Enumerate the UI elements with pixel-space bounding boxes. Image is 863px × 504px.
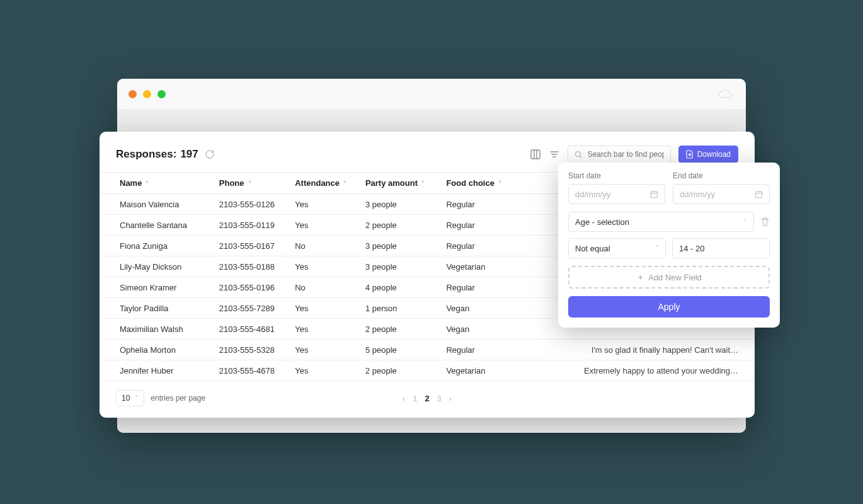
cell-party: 2 people <box>365 360 446 381</box>
cell-phone: 2103-555-0196 <box>219 277 295 298</box>
table-row[interactable]: Ophelia Morton2103-555-5328Yes5 peopleRe… <box>100 340 755 360</box>
col-party[interactable]: Party amount˅ <box>365 173 446 194</box>
page-3[interactable]: 3 <box>437 394 442 403</box>
calendar-icon <box>755 190 763 198</box>
end-date-label: End date <box>673 171 770 180</box>
search-icon <box>574 151 583 159</box>
refresh-icon[interactable] <box>205 149 215 159</box>
svg-rect-3 <box>755 192 762 197</box>
chevron-down-icon: ˅ <box>135 394 139 403</box>
responses-count: 197 <box>180 148 198 161</box>
search-input-wrapper[interactable] <box>568 146 671 163</box>
page-next[interactable]: › <box>449 394 452 403</box>
search-input[interactable] <box>588 150 664 159</box>
traffic-minimize-icon[interactable] <box>143 90 151 98</box>
col-name[interactable]: Name˄ <box>100 173 219 194</box>
responses-label: Responses: <box>116 148 176 161</box>
cell-food: Vegetarian <box>446 256 522 277</box>
cell-party: 1 person <box>365 298 446 319</box>
cell-party: 4 people <box>365 277 446 298</box>
cell-phone: 2103-555-0188 <box>219 256 295 277</box>
cell-attendance: Yes <box>295 319 365 340</box>
cell-food: Vegan <box>446 298 522 319</box>
cell-attendance: No <box>295 236 365 256</box>
trash-icon[interactable] <box>760 217 770 227</box>
per-page-value: 10 <box>122 394 130 403</box>
chevron-down-icon: ˅ <box>743 218 747 226</box>
cell-party: 3 people <box>365 236 446 256</box>
cell-attendance: Yes <box>295 340 365 360</box>
panel-footer: 10 ˅ entries per page ‹ 1 2 3 › <box>100 381 755 406</box>
plus-icon: ＋ <box>636 272 644 283</box>
cell-phone: 2103-555-5328 <box>219 340 295 360</box>
cell-phone: 2103-555-4678 <box>219 360 295 381</box>
apply-button[interactable]: Apply <box>568 296 770 318</box>
filter-field-select[interactable]: Age - selection ˅ <box>568 212 754 232</box>
cell-note: I'm so glad it finally happen! Can't wai… <box>522 340 755 360</box>
page-prev[interactable]: ‹ <box>403 394 405 403</box>
cell-name: Lily-May Dickson <box>100 256 219 277</box>
columns-icon[interactable] <box>530 149 541 160</box>
cell-phone: 2103-555-0126 <box>219 194 295 215</box>
cell-name: Jennifer Huber <box>100 360 219 381</box>
cell-note: Extremely happy to attend your wedding… <box>522 360 755 381</box>
download-icon <box>686 150 694 159</box>
cell-attendance: Yes <box>295 194 365 215</box>
cell-party: 5 people <box>365 340 446 360</box>
filter-value-input[interactable] <box>672 238 770 258</box>
cell-party: 2 people <box>365 215 446 236</box>
svg-rect-0 <box>531 150 540 159</box>
cell-food: Regular <box>446 236 522 256</box>
traffic-close-icon[interactable] <box>129 90 137 98</box>
cell-food: Regular <box>446 277 522 298</box>
page-1[interactable]: 1 <box>413 394 417 403</box>
cell-party: 3 people <box>365 256 446 277</box>
end-date-input[interactable]: dd/mm/yy <box>673 184 770 204</box>
cell-food: Regular <box>446 194 522 215</box>
cell-name: Maximilian Walsh <box>100 319 219 340</box>
cell-attendance: Yes <box>295 360 365 381</box>
cell-phone: 2103-555-7289 <box>219 298 295 319</box>
col-attendance[interactable]: Attendance˅ <box>295 173 365 194</box>
download-label: Download <box>697 150 731 159</box>
traffic-maximize-icon[interactable] <box>157 90 166 98</box>
per-page-label: entries per page <box>151 394 205 403</box>
panel-title: Responses: 197 <box>116 148 198 161</box>
filter-popover: Start date dd/mm/yy End date dd/mm/yy Ag… <box>558 163 780 328</box>
page-2[interactable]: 2 <box>425 394 429 403</box>
cell-attendance: No <box>295 277 365 298</box>
col-food[interactable]: Food choice˅ <box>446 173 522 194</box>
cell-name: Maison Valencia <box>100 194 219 215</box>
filter-operator-select[interactable]: Not equal ˅ <box>568 238 666 258</box>
browser-titlebar <box>117 79 746 109</box>
cell-food: Regular <box>446 340 522 360</box>
cell-attendance: Yes <box>295 298 365 319</box>
chevron-down-icon: ˅ <box>655 244 659 253</box>
cell-food: Vegan <box>446 319 522 340</box>
cell-food: Regular <box>446 215 522 236</box>
cell-phone: 2103-555-0119 <box>219 215 295 236</box>
add-field-button[interactable]: ＋ Add New Field <box>568 266 770 289</box>
cell-name: Chantelle Santana <box>100 215 219 236</box>
filter-icon[interactable] <box>549 149 560 160</box>
cell-attendance: Yes <box>295 215 365 236</box>
download-button[interactable]: Download <box>678 146 738 163</box>
cell-party: 3 people <box>365 194 446 215</box>
calendar-icon <box>650 190 658 198</box>
cell-name: Ophelia Morton <box>100 340 219 360</box>
start-date-label: Start date <box>568 171 665 180</box>
svg-rect-2 <box>651 192 657 197</box>
cell-name: Fiona Zuniga <box>100 236 219 256</box>
cloud-icon <box>718 89 732 101</box>
start-date-input[interactable]: dd/mm/yy <box>568 184 665 204</box>
cell-attendance: Yes <box>295 256 365 277</box>
col-phone[interactable]: Phone˅ <box>219 173 295 194</box>
per-page-select[interactable]: 10 ˅ <box>116 390 144 406</box>
cell-party: 2 people <box>365 319 446 340</box>
cell-name: Simeon Kramer <box>100 277 219 298</box>
pagination: ‹ 1 2 3 › <box>403 394 452 403</box>
table-row[interactable]: Jennifer Huber2103-555-4678Yes2 peopleVe… <box>100 360 755 381</box>
cell-food: Vegetarian <box>446 360 522 381</box>
cell-phone: 2103-555-4681 <box>219 319 295 340</box>
cell-name: Taylor Padilla <box>100 298 219 319</box>
